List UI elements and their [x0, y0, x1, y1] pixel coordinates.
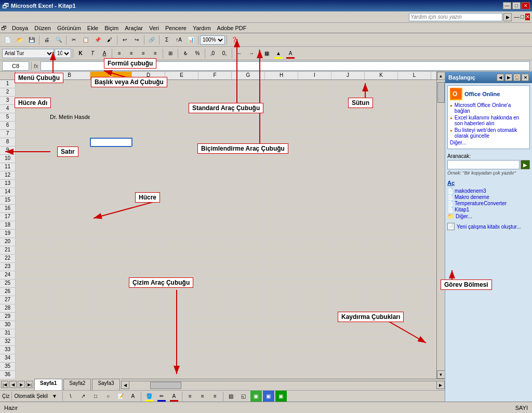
cell-J36[interactable] — [331, 371, 365, 379]
font-size-select[interactable]: 10 891112 — [55, 49, 71, 58]
cell-B33[interactable] — [49, 346, 90, 354]
cell-D30[interactable] — [132, 321, 165, 329]
cell-E24[interactable] — [165, 271, 198, 279]
cell-M18[interactable] — [431, 221, 436, 230]
cell-G21[interactable] — [232, 246, 265, 255]
align-justify-button[interactable]: ≡ — [150, 48, 161, 59]
cell-D27[interactable] — [132, 296, 165, 304]
cell-M6[interactable] — [431, 122, 436, 130]
cell-M12[interactable] — [431, 171, 436, 180]
help-button[interactable]: ❓ — [229, 34, 240, 46]
draw-green2-button[interactable]: ▣ — [275, 391, 287, 402]
cell-C32[interactable] — [90, 338, 132, 346]
cell-L15[interactable] — [398, 196, 431, 205]
cell-H21[interactable] — [265, 246, 298, 255]
cell-H31[interactable] — [265, 329, 298, 338]
cell-G27[interactable] — [232, 296, 265, 304]
cell-C23[interactable] — [90, 263, 132, 271]
cell-A6[interactable] — [16, 122, 49, 130]
cell-D33[interactable] — [132, 346, 165, 354]
cell-reference-input[interactable] — [2, 61, 29, 71]
cell-C8[interactable] — [90, 138, 132, 146]
cell-D3[interactable] — [132, 97, 165, 105]
sheet-tab-sayfa3[interactable]: Sayfa3 — [92, 379, 119, 390]
copy-button[interactable]: 📋 — [80, 34, 91, 46]
cell-L2[interactable] — [398, 88, 431, 97]
row-header-11[interactable]: 11 — [0, 163, 16, 171]
row-header-31[interactable]: 31 — [0, 329, 16, 338]
underline-button[interactable]: A — [99, 48, 110, 59]
cell-J6[interactable] — [331, 122, 365, 130]
cell-I36[interactable] — [298, 371, 331, 379]
cell-M31[interactable] — [431, 329, 436, 338]
cell-L5[interactable] — [398, 113, 431, 122]
cell-G18[interactable] — [232, 221, 265, 230]
cell-A24[interactable] — [16, 271, 49, 279]
cell-E31[interactable] — [165, 329, 198, 338]
cell-K29[interactable] — [365, 313, 398, 321]
cell-M28[interactable] — [431, 304, 436, 313]
row-header-17[interactable]: 17 — [0, 213, 16, 221]
cell-A18[interactable] — [16, 221, 49, 230]
cell-H3[interactable] — [265, 97, 298, 105]
cell-H29[interactable] — [265, 313, 298, 321]
cell-G23[interactable] — [232, 263, 265, 271]
row-header-20[interactable]: 20 — [0, 238, 16, 246]
cell-F16[interactable] — [198, 205, 232, 213]
cell-C2[interactable] — [90, 88, 132, 97]
formula-input[interactable] — [41, 61, 530, 71]
cell-K32[interactable] — [365, 338, 398, 346]
cell-G6[interactable] — [232, 122, 265, 130]
cell-M30[interactable] — [431, 321, 436, 329]
cell-D18[interactable] — [132, 221, 165, 230]
cell-I17[interactable] — [298, 213, 331, 221]
cell-J5[interactable] — [331, 113, 365, 122]
cell-I11[interactable] — [298, 163, 331, 171]
cell-D6[interactable] — [132, 122, 165, 130]
cell-G10[interactable] — [232, 155, 265, 163]
cell-F27[interactable] — [198, 296, 232, 304]
cell-J14[interactable] — [331, 188, 365, 196]
cell-J16[interactable] — [331, 205, 365, 213]
row-header-33[interactable]: 33 — [0, 346, 16, 354]
cell-A3[interactable] — [16, 97, 49, 105]
cell-G34[interactable] — [232, 354, 265, 363]
cell-I19[interactable] — [298, 230, 331, 238]
cell-L30[interactable] — [398, 321, 431, 329]
row-header-27[interactable]: 27 — [0, 296, 16, 304]
cell-C11[interactable] — [90, 163, 132, 171]
cell-F13[interactable] — [198, 180, 232, 188]
cell-B23[interactable] — [49, 263, 90, 271]
cell-L1[interactable] — [398, 80, 431, 88]
cell-I18[interactable] — [298, 221, 331, 230]
cell-A34[interactable] — [16, 354, 49, 363]
cell-G14[interactable] — [232, 188, 265, 196]
cell-M32[interactable] — [431, 338, 436, 346]
cell-G28[interactable] — [232, 304, 265, 313]
align-right-button[interactable]: ≡ — [138, 48, 149, 59]
cell-F18[interactable] — [198, 221, 232, 230]
cell-G11[interactable] — [232, 163, 265, 171]
cell-H9[interactable] — [265, 146, 298, 155]
cell-A5[interactable] — [16, 113, 49, 122]
cell-G9[interactable] — [232, 146, 265, 155]
cell-L12[interactable] — [398, 171, 431, 180]
cell-K16[interactable] — [365, 205, 398, 213]
cell-K31[interactable] — [365, 329, 398, 338]
cell-I3[interactable] — [298, 97, 331, 105]
cell-E36[interactable] — [165, 371, 198, 379]
cell-J9[interactable] — [331, 146, 365, 155]
cell-J25[interactable] — [331, 279, 365, 288]
cell-L17[interactable] — [398, 213, 431, 221]
cell-B6[interactable] — [49, 122, 90, 130]
cell-D32[interactable] — [132, 338, 165, 346]
row-header-22[interactable]: 22 — [0, 255, 16, 263]
cell-D21[interactable] — [132, 246, 165, 255]
cell-E13[interactable] — [165, 180, 198, 188]
cell-D13[interactable] — [132, 180, 165, 188]
cell-C24[interactable] — [90, 271, 132, 279]
cell-M14[interactable] — [431, 188, 436, 196]
cell-B24[interactable] — [49, 271, 90, 279]
cell-K11[interactable] — [365, 163, 398, 171]
cell-M13[interactable] — [431, 180, 436, 188]
